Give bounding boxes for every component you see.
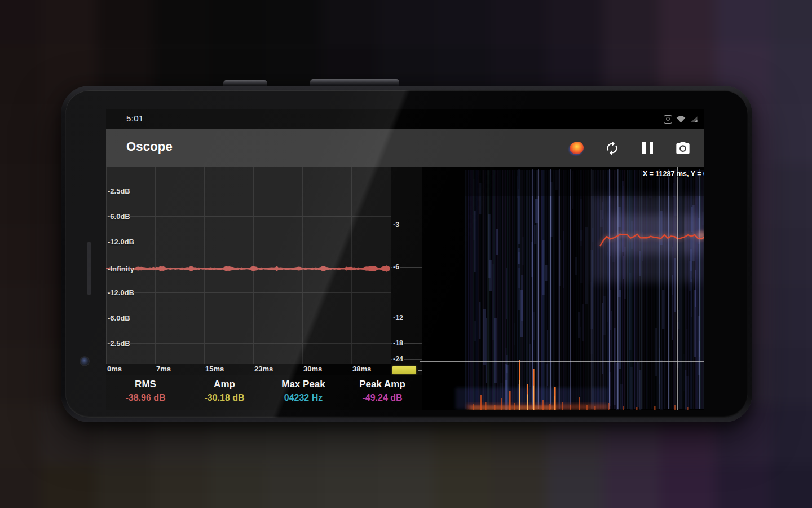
clock: 5:01 [126,113,144,123]
phone-frame: 5:01 Oscope [61,86,752,422]
app-bar: Oscope [106,129,704,167]
stat-amp-label: Amp [185,379,264,390]
speaker-grille [87,242,91,295]
sync-icon [604,141,620,156]
waveform-trace [106,167,391,364]
stat-maxpeak: Max Peak 04232 Hz [264,375,343,410]
sync-button[interactable] [603,139,620,156]
stat-peakamp-label: Peak Amp [343,379,422,390]
crosshair-vertical [677,167,678,410]
waveform-y-label: -6.0dB [108,212,130,221]
heatmap-blob-icon [570,142,584,154]
screenshot-stage: 5:01 Oscope [0,0,812,508]
wifi-icon [676,116,686,123]
waveform-x-label: 7ms [156,365,171,373]
stat-maxpeak-label: Max Peak [264,379,343,390]
app-bar-actions [568,129,691,167]
app-title: Oscope [126,139,173,154]
waveform-y-label: -6.0dB [108,314,130,322]
stat-peakamp-value: -49.24 dB [343,393,422,403]
waveform-x-label: 38ms [352,365,371,373]
waveform-y-label: -2.5dB [108,339,130,348]
level-meter-tick-label: -3 [392,221,400,229]
signal-icon [690,116,698,123]
pause-icon [642,142,653,154]
status-icons [664,109,698,129]
waveform-x-label: 23ms [254,365,273,373]
phone-screen: 5:01 Oscope [106,109,704,410]
level-meter: -3-6-12-18-24 [391,167,422,375]
camera-button[interactable] [674,139,691,156]
waveform-x-label: 0ms [107,365,122,373]
cursor-readout: X = 11287 ms, Y = 6 [643,170,704,178]
level-meter-tick-label: -6 [392,263,400,271]
status-bar: 5:01 [106,109,704,129]
level-meter-tick-label: -24 [392,355,404,363]
screenshot-icon [664,115,672,124]
spectrogram-panel[interactable]: X = 11287 ms, Y = 6 [422,167,704,410]
waveform-y-label: -12.0dB [108,238,134,246]
level-meter-tick-label: -18 [392,339,404,347]
waveform-x-label: 15ms [205,365,224,373]
waveform-x-label: 30ms [303,365,322,373]
front-camera [81,357,89,365]
level-meter-tick-label: -12 [392,314,404,322]
stat-amp: Amp -30.18 dB [185,375,264,410]
level-meter-bar [392,366,416,374]
stat-rms: RMS -38.96 dB [106,375,185,410]
waveform-y-label: -12.0dB [108,288,134,297]
stat-rms-label: RMS [106,379,185,390]
colormap-blob-button[interactable] [568,139,585,156]
phone-bezel: 5:01 Oscope [65,90,748,418]
waveform-y-label: -2.5dB [108,187,130,195]
waveform-y-label: -Infinity [108,265,134,273]
spectrogram-image [422,167,704,410]
stat-maxpeak-value: 04232 Hz [264,393,343,403]
stat-peakamp: Peak Amp -49.24 dB [343,375,422,410]
stat-rms-value: -38.96 dB [106,393,185,403]
stat-amp-value: -30.18 dB [185,393,264,403]
waveform-panel[interactable]: -2.5dB-6.0dB-12.0dB-Infinity-12.0dB-6.0d… [106,167,391,364]
camera-icon [675,140,691,156]
crosshair-horizontal [420,361,704,362]
stats-bar: RMS -38.96 dB Amp -30.18 dB Max Peak 042… [106,375,422,410]
waveform-x-axis: 0ms7ms15ms23ms30ms38ms [106,364,391,375]
pause-button[interactable] [639,139,656,156]
